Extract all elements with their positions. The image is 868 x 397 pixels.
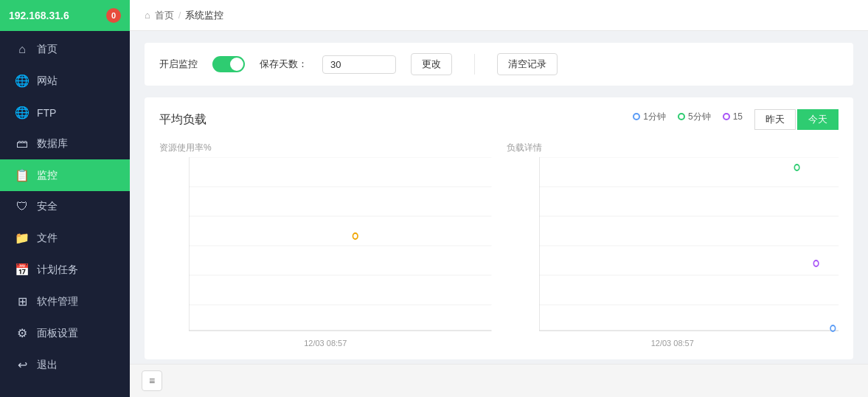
- software-icon: ⊞: [15, 294, 29, 308]
- legend-15min-dot: [723, 113, 730, 120]
- chart-section: 平均负载 1分钟 5分钟 15: [145, 97, 853, 359]
- monitor-icon: 📋: [15, 168, 29, 182]
- sidebar-item-home[interactable]: ⌂ 首页: [0, 34, 130, 65]
- schedule-icon: 📅: [15, 263, 29, 277]
- monitor-toggle-label: 开启监控: [159, 58, 198, 71]
- sidebar-header: 192.168.31.6 0: [0, 0, 130, 31]
- topbar: ⌂ 首页 / 系统监控: [130, 0, 868, 31]
- database-icon: 🗃: [15, 137, 29, 151]
- svg-point-14: [353, 233, 358, 239]
- sidebar-item-website[interactable]: 🌐 网站: [0, 65, 130, 97]
- sidebar-item-label: 数据库: [37, 137, 68, 151]
- sidebar-item-schedule[interactable]: 📅 计划任务: [0, 254, 130, 286]
- toggle-knob: [230, 58, 243, 71]
- content-area: 开启监控 保存天数： 更改 清空记录 平均负载 1分钟: [130, 31, 868, 364]
- sidebar-item-label: 退出: [37, 359, 58, 372]
- save-days-input[interactable]: [322, 55, 396, 74]
- left-chart-x-label: 12/03 08:57: [159, 339, 492, 348]
- legend-15min-label: 15: [733, 111, 743, 122]
- right-chart-label: 负载详情: [507, 142, 839, 154]
- breadcrumb-current: 系统监控: [185, 9, 223, 22]
- sidebar-nav: ⌂ 首页 🌐 网站 🌐 FTP 🗃 数据库 📋 监控 🛡 安全 📁 文件 📅: [0, 31, 130, 397]
- svg-point-30: [813, 260, 819, 266]
- legend-1min-label: 1分钟: [643, 111, 666, 123]
- sidebar-item-panel[interactable]: ⚙ 面板设置: [0, 317, 130, 349]
- sidebar-item-label: FTP: [37, 107, 56, 119]
- date-tabs: 昨天 今天: [754, 109, 839, 130]
- control-bar: 开启监控 保存天数： 更改 清空记录: [145, 43, 853, 86]
- security-icon: 🛡: [15, 200, 29, 213]
- legend-1min: 1分钟: [633, 111, 666, 123]
- yesterday-tab[interactable]: 昨天: [754, 109, 796, 130]
- legend-5min-dot: [678, 113, 685, 120]
- bottom-bar: ≡: [130, 364, 868, 397]
- sidebar-item-label: 文件: [37, 232, 58, 245]
- sidebar-item-files[interactable]: 📁 文件: [0, 222, 130, 254]
- sidebar-item-ftp[interactable]: 🌐 FTP: [0, 97, 130, 128]
- clear-button[interactable]: 清空记录: [497, 53, 558, 75]
- sidebar-item-label: 监控: [37, 169, 58, 182]
- sidebar-item-monitor[interactable]: 📋 监控: [0, 159, 130, 191]
- right-chart-x-label: 12/03 08:57: [507, 339, 839, 348]
- charts-container: 资源使用率%: [159, 142, 839, 348]
- monitor-toggle[interactable]: [212, 56, 245, 72]
- sidebar-item-security[interactable]: 🛡 安全: [0, 191, 130, 222]
- right-chart-svg: 0.4 0.38 0.36 0.34 0.32 0.3: [539, 157, 839, 334]
- sidebar-item-label: 面板设置: [37, 327, 78, 340]
- logout-icon: ↩: [15, 358, 29, 372]
- legend-1min-dot: [633, 113, 640, 120]
- svg-point-29: [794, 165, 799, 170]
- sidebar-item-logout[interactable]: ↩ 退出: [0, 349, 130, 381]
- sidebar-item-label: 网站: [37, 75, 58, 88]
- chart-header: 平均负载 1分钟 5分钟 15: [159, 109, 839, 130]
- legend-5min: 5分钟: [678, 111, 711, 123]
- sidebar-item-software[interactable]: ⊞ 软件管理: [0, 286, 130, 317]
- left-chart-svg: 6 5 4 3 2 1: [189, 157, 492, 334]
- chart-title: 平均负载: [159, 112, 206, 128]
- right-chart-wrapper: 负载详情: [507, 142, 839, 348]
- files-icon: 📁: [15, 231, 29, 245]
- home-icon: ⌂: [15, 43, 29, 56]
- legend-15min: 15: [723, 111, 743, 122]
- ftp-icon: 🌐: [15, 106, 29, 120]
- website-icon: 🌐: [15, 74, 29, 88]
- sidebar-item-database[interactable]: 🗃 数据库: [0, 128, 130, 159]
- left-chart-label: 资源使用率%: [159, 142, 492, 154]
- divider: [474, 54, 475, 75]
- today-tab[interactable]: 今天: [797, 109, 839, 130]
- home-breadcrumb-icon: ⌂: [145, 10, 150, 21]
- server-ip: 192.168.31.6: [9, 10, 69, 21]
- sidebar-item-label: 首页: [37, 43, 58, 56]
- update-button[interactable]: 更改: [411, 53, 452, 75]
- chart-legend: 1分钟 5分钟 15: [633, 111, 743, 123]
- left-chart-wrapper: 资源使用率%: [159, 142, 492, 348]
- sidebar-item-label: 计划任务: [37, 263, 78, 277]
- legend-5min-label: 5分钟: [688, 111, 711, 123]
- sidebar-item-label: 软件管理: [37, 295, 78, 308]
- sidebar: 192.168.31.6 0 ⌂ 首页 🌐 网站 🌐 FTP 🗃 数据库 📋 监…: [0, 0, 130, 397]
- notification-badge: 0: [106, 8, 121, 23]
- breadcrumb-separator: /: [178, 10, 181, 21]
- menu-icon[interactable]: ≡: [142, 370, 162, 391]
- main-content: ⌂ 首页 / 系统监控 开启监控 保存天数： 更改 清空记录 平均负载: [130, 0, 868, 397]
- breadcrumb-home: 首页: [155, 9, 174, 22]
- save-days-label: 保存天数：: [260, 58, 308, 71]
- panel-icon: ⚙: [15, 326, 29, 340]
- sidebar-item-label: 安全: [37, 200, 58, 213]
